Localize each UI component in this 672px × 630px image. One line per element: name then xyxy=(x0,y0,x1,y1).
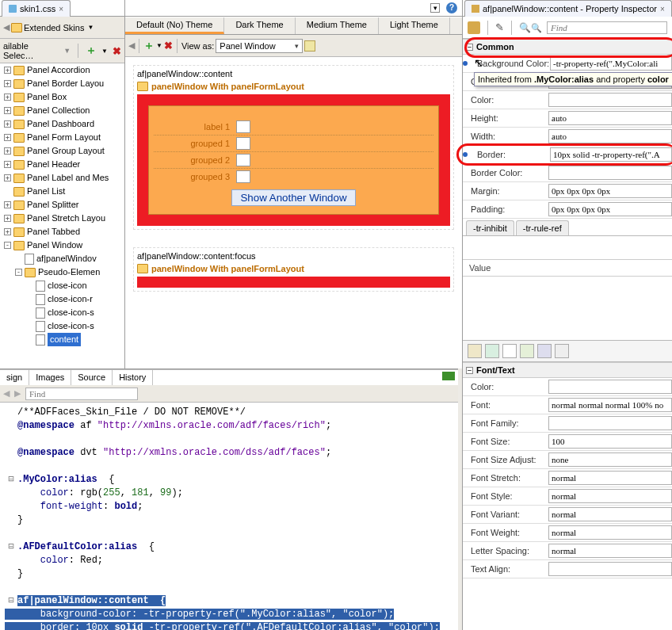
prop-text_align-input[interactable] xyxy=(548,562,672,576)
tree-row[interactable]: +Panel Collection xyxy=(0,104,124,117)
dropdown-icon[interactable]: ▾ xyxy=(430,3,440,13)
collapse-icon[interactable]: − xyxy=(466,367,473,374)
viewas-dropdown[interactable]: Panel Window xyxy=(216,39,303,53)
close-icon[interactable]: × xyxy=(660,5,665,13)
prop-font_style-input[interactable] xyxy=(548,489,672,503)
preview-options-icon[interactable] xyxy=(304,40,315,52)
selector-tree[interactable]: +Panel Accordion+Panel Border Layou+Pane… xyxy=(0,63,124,365)
tab-light-theme[interactable]: Light Theme xyxy=(379,17,450,34)
tab-tr-rule-ref[interactable]: -tr-rule-ref xyxy=(516,220,569,235)
tree-row[interactable]: close-icon-s xyxy=(0,306,124,319)
tree-expander-icon[interactable]: + xyxy=(4,147,11,155)
collapse-icon[interactable]: − xyxy=(466,44,473,51)
tree-row[interactable]: +Panel Accordion xyxy=(0,63,124,77)
prop-padding-input[interactable] xyxy=(548,202,672,216)
tool-icon-4[interactable] xyxy=(520,344,534,358)
close-icon[interactable]: × xyxy=(59,5,63,13)
prop-background-color-input[interactable] xyxy=(550,56,672,71)
tree-row[interactable]: content xyxy=(0,333,124,346)
tool-icon-6[interactable] xyxy=(555,344,569,358)
tree-row[interactable]: +Panel Header xyxy=(0,158,124,171)
tree-row[interactable]: +Panel Border Layou xyxy=(0,77,124,90)
tree-row[interactable]: +Panel Box xyxy=(0,90,124,104)
tool-icon-5[interactable] xyxy=(537,344,552,358)
tree-row[interactable]: -Panel Window xyxy=(0,239,124,252)
tool-icon-3[interactable] xyxy=(502,344,517,358)
prop-font_variant-input[interactable] xyxy=(548,507,672,521)
tree-row[interactable]: +Panel Form Layout xyxy=(0,131,124,144)
tab-source[interactable]: Source xyxy=(71,370,113,385)
tree-row[interactable]: Panel List xyxy=(0,185,124,198)
tab-history[interactable]: History xyxy=(113,370,153,385)
prop-color-input[interactable] xyxy=(548,380,672,394)
prop-font-input[interactable] xyxy=(548,398,672,412)
inspector-tab[interactable]: af|panelWindow::content - Property Inspe… xyxy=(464,0,672,17)
inspector-find-input[interactable] xyxy=(547,21,667,34)
inspector-main-icon[interactable] xyxy=(468,21,480,34)
tree-row[interactable]: +Panel Splitter xyxy=(0,198,124,212)
tab-default-theme[interactable]: Default (No) Theme xyxy=(125,17,224,34)
field-input-3[interactable] xyxy=(236,154,250,166)
back-icon[interactable]: ◀ xyxy=(128,40,135,51)
tree-expander-icon[interactable]: - xyxy=(4,242,11,249)
tree-row[interactable]: close-icon-s xyxy=(0,319,124,333)
tab-medium-theme[interactable]: Medium Theme xyxy=(296,17,379,34)
tab-design[interactable]: sign xyxy=(0,370,29,385)
toolbar-extended-skins[interactable]: Extended Skins xyxy=(24,23,84,32)
tree-expander-icon[interactable]: + xyxy=(4,107,11,114)
tab-tr-inhibit[interactable]: -tr-inhibit xyxy=(466,220,514,235)
delete-icon[interactable]: ✖ xyxy=(113,45,121,57)
tree-row[interactable]: +Panel Label and Mes xyxy=(0,171,124,185)
prop-font_family-input[interactable] xyxy=(548,416,672,430)
tree-row[interactable]: +Panel Group Layout xyxy=(0,144,124,158)
tree-expander-icon[interactable]: + xyxy=(4,67,11,74)
field-input-1[interactable] xyxy=(236,120,250,133)
field-input-4[interactable] xyxy=(236,170,250,183)
prop-height-input[interactable] xyxy=(548,111,672,125)
pencil-icon[interactable]: ✎ xyxy=(495,21,504,33)
help-icon[interactable]: ? xyxy=(446,2,457,13)
chevron-down-icon[interactable]: ▼ xyxy=(63,47,71,55)
file-tab[interactable]: skin1.css × xyxy=(2,0,71,17)
tree-expander-icon[interactable]: + xyxy=(4,80,11,87)
prop-border-color-input[interactable] xyxy=(548,166,672,180)
tree-expander-icon[interactable]: + xyxy=(4,215,11,222)
source-code-editor[interactable]: /**ADFFaces_Skin_File / DO NOT REMOVE**/… xyxy=(0,403,458,630)
back-icon[interactable]: ◀ xyxy=(3,22,10,32)
tab-images[interactable]: Images xyxy=(29,370,71,385)
prop-color-input[interactable] xyxy=(548,93,672,107)
tree-expander-icon[interactable]: + xyxy=(4,94,11,101)
show-another-window-button[interactable]: Show Another Window xyxy=(231,189,355,206)
prop-font_stretch-input[interactable] xyxy=(548,471,672,485)
field-input-2[interactable] xyxy=(236,137,250,150)
tree-expander-icon[interactable]: + xyxy=(4,120,11,128)
code-find-input[interactable] xyxy=(25,388,138,400)
tree-row[interactable]: -Pseudo-Elemen xyxy=(0,265,124,279)
search-icon[interactable]: 🔍 xyxy=(519,22,542,33)
tree-row[interactable]: +Panel Dashboard xyxy=(0,117,124,131)
tree-row[interactable]: +Panel Stretch Layou xyxy=(0,212,124,225)
prop-margin-input[interactable] xyxy=(548,184,672,198)
tree-row[interactable]: close-icon xyxy=(0,279,124,292)
delete-icon[interactable]: ✖ xyxy=(164,40,173,52)
prop-letter_spacing-input[interactable] xyxy=(548,544,672,558)
prop-font_size-input[interactable] xyxy=(548,434,672,449)
tab-dark-theme[interactable]: Dark Theme xyxy=(224,17,295,34)
tool-icon-2[interactable] xyxy=(485,344,499,358)
tree-expander-icon[interactable]: + xyxy=(4,174,11,181)
add-icon[interactable]: ＋ xyxy=(143,39,155,53)
prop-border-input[interactable] xyxy=(550,147,672,162)
tree-expander-icon[interactable]: + xyxy=(4,228,11,235)
tree-expander-icon[interactable]: + xyxy=(4,201,11,208)
tree-row[interactable]: +Panel Tabbed xyxy=(0,225,124,239)
tree-expander-icon[interactable]: - xyxy=(15,269,22,276)
prop-font_weight-input[interactable] xyxy=(548,525,672,540)
tree-expander-icon[interactable]: + xyxy=(4,134,11,141)
chevron-down-icon[interactable]: ▼ xyxy=(101,48,108,55)
tree-row[interactable]: af|panelWindov xyxy=(0,252,124,265)
tree-row[interactable]: close-icon-r xyxy=(0,292,124,306)
prop-width-input[interactable] xyxy=(548,129,672,143)
chevron-down-icon[interactable]: ▼ xyxy=(156,42,162,49)
tree-expander-icon[interactable]: + xyxy=(4,161,11,168)
add-icon[interactable]: ＋ xyxy=(86,44,97,58)
